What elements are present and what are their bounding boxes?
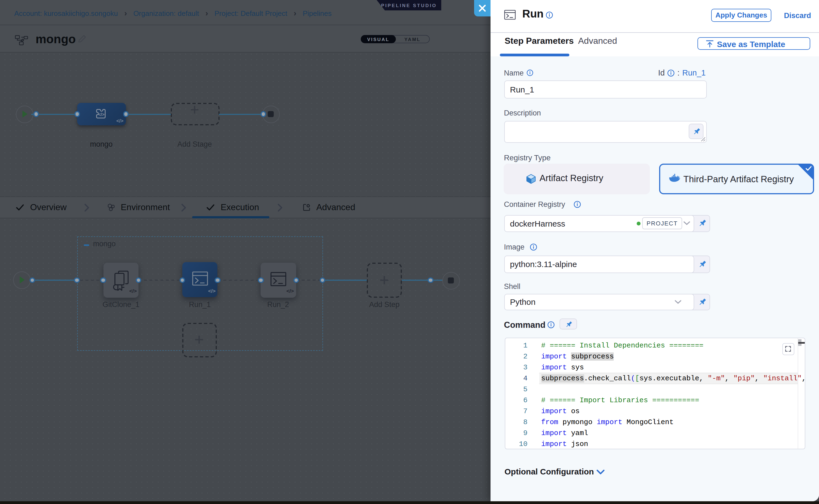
svg-text:</>: </> — [98, 112, 104, 117]
svg-text:</>: </> — [208, 288, 215, 294]
svg-text:</>: </> — [129, 288, 136, 294]
svg-text:</>: </> — [286, 288, 294, 294]
svg-text:</>: </> — [116, 118, 123, 124]
